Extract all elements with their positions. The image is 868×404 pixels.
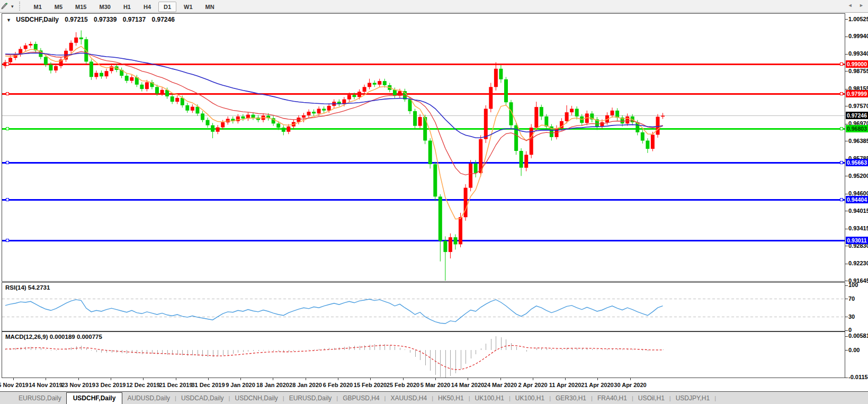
timeframe-button-d1[interactable]: D1 [158, 2, 176, 12]
price-axis-label: 0.92230 [848, 260, 868, 266]
date-axis-label: 28 Jan 2020 [289, 382, 322, 388]
date-axis-label: 5 Mar 2020 [420, 382, 450, 388]
timeframe-button-m30[interactable]: M30 [94, 2, 116, 12]
timeframe-button-h1[interactable]: H1 [118, 2, 136, 12]
timeframe-button-mn[interactable]: MN [200, 2, 220, 12]
hline-left-handle[interactable] [6, 199, 9, 201]
timeframe-button-h4[interactable]: H4 [138, 2, 156, 12]
hline-right-handle[interactable] [840, 93, 843, 95]
macd-axis-label: 0.00 [848, 347, 860, 353]
hline-left-handle[interactable] [6, 128, 9, 130]
price-level-badge: 0.94404 [846, 196, 868, 203]
hline-left-handle[interactable] [6, 239, 9, 242]
ohlc-close: 0.97246 [152, 16, 175, 23]
chart-tab-usdjpy-h1[interactable]: USDJPY,H1 [671, 393, 714, 403]
tab-scroll-left-button[interactable]: ◄ [848, 3, 853, 8]
hline-left-handle[interactable] [6, 93, 9, 95]
chart-tab-xauusd-h4[interactable]: XAUUSD,H4 [386, 393, 432, 403]
chart-tab-eurusd-daily[interactable]: EURUSD,Daily [14, 393, 66, 403]
price-axis-label: 0.96385 [848, 138, 868, 144]
date-axis-label: 9 Jan 2020 [226, 382, 255, 388]
symbol-label: USDCHF,Daily [16, 16, 59, 23]
chart-tab-uk100-h1[interactable]: UK100,H1 [511, 393, 549, 403]
price-level-badge: 0.99000 [846, 60, 868, 68]
date-axis-label: 25 Feb 2020 [387, 382, 419, 388]
date-axis-label: 6 Feb 2020 [323, 382, 353, 388]
date-axis-label: 5 Nov 2019 [0, 382, 29, 388]
price-axis-label: 1.00525 [848, 16, 868, 22]
price-level-badge: 0.95663 [846, 159, 868, 166]
timeframe-buttons: M1M5M15M30H1H4D1W1MN [28, 2, 221, 11]
price-level-badge: 0.93011 [846, 237, 868, 244]
ohlc-high: 0.97339 [94, 16, 117, 23]
price-axis-label: 0.98755 [848, 68, 868, 74]
tab-scroll-arrows: ◄ ► [843, 3, 864, 8]
date-axis-label: 2 Apr 2020 [518, 382, 547, 388]
macd-axis-label: -0.011514 [848, 374, 868, 380]
chart-tab-usdchf-daily[interactable]: USDCHF,Daily [66, 392, 123, 404]
date-axis-label: 21 Apr 2020 [581, 382, 613, 388]
timeframe-toolbar: ▾ M1M5M15M30H1H4D1W1MN [0, 0, 868, 13]
price-level-badge: 0.97999 [846, 90, 868, 97]
tab-scroll-right-button[interactable]: ► [859, 3, 864, 8]
chart-tab-usoil-h1[interactable]: USOil,H1 [633, 393, 669, 403]
price-axis-label: 0.93415 [848, 225, 868, 231]
chart-tab-audusd-daily[interactable]: AUDUSD,Daily [122, 393, 175, 403]
chart-title: ▼ USDCHF,Daily 0.97215 0.97339 0.97137 0… [6, 16, 175, 23]
date-axis-label: 14 Mar 2020 [451, 382, 484, 388]
date-axis-label: 3 Dec 2019 [96, 382, 126, 388]
chart-tab-fra40-h1[interactable]: FRA40,H1 [593, 393, 632, 403]
chart-tabs-bar: EURUSD,DailyUSDCHF,DailyAUDUSD,Daily|USD… [0, 391, 868, 404]
rsi-axis-label: 100 [848, 282, 858, 288]
date-axis-label: 14 Nov 2019 [29, 382, 62, 388]
rsi-indicator-label: RSI(14) 54.2731 [5, 284, 50, 291]
hline-left-handle[interactable] [6, 63, 9, 66]
timeframe-button-m15[interactable]: M15 [70, 2, 92, 12]
tab-separator: | [714, 395, 716, 401]
macd-indicator-label: MACD(12,26,9) 0.000189 0.000775 [5, 334, 102, 340]
chart-tab-usdcnh-daily[interactable]: USDCNH,Daily [230, 393, 282, 403]
chart-tool-button[interactable]: ▾ [0, 2, 16, 10]
date-axis-label: 31 Dec 2019 [192, 382, 225, 388]
price-axis-label: 0.95200 [848, 173, 868, 179]
current-price-badge: 0.97246 [846, 112, 868, 119]
timeframe-button-w1[interactable]: W1 [178, 2, 198, 12]
date-axis-label: 15 Feb 2020 [354, 382, 387, 388]
chart-tab-eurusd-daily[interactable]: EURUSD,Daily [284, 393, 337, 403]
ohlc-open: 0.97215 [65, 16, 87, 23]
date-axis-label: 24 Mar 2020 [484, 382, 517, 388]
chart-tab-usdcad-daily[interactable]: USDCAD,Daily [176, 393, 229, 403]
collapse-caret-icon[interactable]: ▼ [6, 17, 11, 23]
price-axis-label: 0.94015 [848, 208, 868, 214]
chart-drawing-tool-icon [1, 2, 9, 10]
toolbar-grip-handle[interactable] [19, 2, 23, 11]
trading-terminal-window: ▾ M1M5M15M30H1H4D1W1MN ▼ USDCHF,Daily 0.… [0, 0, 868, 404]
hline-right-handle[interactable] [840, 199, 843, 201]
chart-tab-gbpusd-h4[interactable]: GBPUSD,H4 [338, 393, 384, 403]
price-axis-label: 0.99940 [848, 33, 868, 39]
date-axis-label: 30 Apr 2020 [614, 382, 646, 388]
rsi-axis-label: 30 [848, 313, 855, 320]
timeframe-button-m5[interactable]: M5 [49, 2, 68, 12]
date-axis-label: 12 Dec 2019 [127, 382, 160, 388]
timeframe-button-m1[interactable]: M1 [29, 2, 47, 12]
ohlc-low: 0.97137 [123, 16, 146, 23]
price-axis-label: 0.99340 [848, 50, 868, 57]
date-axis-label: 23 Nov 2019 [61, 382, 95, 388]
chevron-down-icon[interactable]: ▾ [11, 4, 14, 9]
macd-axis-label: 0.005818 [848, 333, 868, 339]
date-axis-label: 18 Jan 2020 [256, 382, 289, 388]
hline-right-handle[interactable] [840, 63, 843, 66]
chart-canvas[interactable] [0, 0, 868, 404]
hline-right-handle[interactable] [840, 128, 843, 130]
chart-tab-hk50-h1[interactable]: HK50,H1 [433, 393, 469, 403]
rsi-axis-label: 70 [848, 295, 855, 302]
chart-tab-ger30-h1[interactable]: GER30,H1 [551, 393, 591, 403]
chart-tab-uk100-h1[interactable]: UK100,H1 [470, 393, 509, 403]
hline-right-handle[interactable] [840, 161, 843, 164]
date-axis-label: 11 Apr 2020 [549, 382, 581, 388]
price-level-badge: 0.96803 [846, 125, 868, 132]
date-axis-label: 21 Dec 2019 [159, 382, 193, 388]
price-axis-label: 0.97570 [848, 103, 868, 109]
hline-left-handle[interactable] [6, 161, 9, 164]
